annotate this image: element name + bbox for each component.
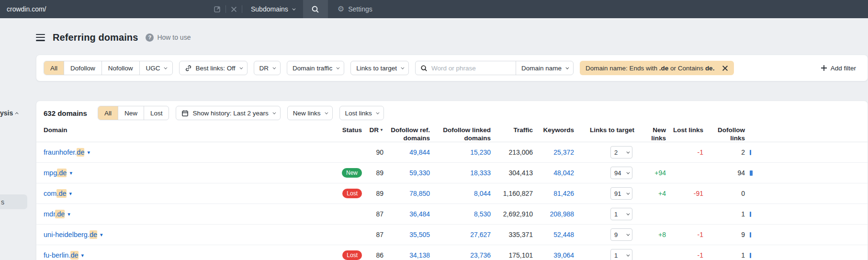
add-filter-button[interactable]: Add filter bbox=[821, 65, 856, 72]
links-to-target-select[interactable]: 9 bbox=[610, 228, 632, 241]
lost-links-value[interactable]: -1 bbox=[666, 251, 703, 259]
domain-link[interactable]: mdr.de bbox=[44, 210, 65, 218]
tab-all[interactable]: All bbox=[44, 61, 64, 75]
domain-traffic-filter-button[interactable]: Domain traffic bbox=[287, 61, 344, 75]
tab-dofollow[interactable]: Dofollow bbox=[64, 61, 101, 75]
domain-dropdown-caret[interactable]: ▾ bbox=[69, 191, 72, 197]
tab-status-all[interactable]: All bbox=[98, 106, 118, 120]
domain-link[interactable]: fu-berlin.de bbox=[44, 251, 79, 259]
links-to-target-select[interactable]: 94 bbox=[610, 167, 632, 179]
domain-dropdown-caret[interactable]: ▾ bbox=[100, 232, 103, 238]
links-to-target-select[interactable]: 2 bbox=[610, 146, 632, 158]
search-mode-dropdown[interactable]: Domain name bbox=[516, 65, 573, 72]
keywords-value[interactable]: 39,064 bbox=[533, 251, 574, 259]
tab-status-lost[interactable]: Lost bbox=[144, 106, 169, 120]
target-url[interactable]: crowdin.com/ bbox=[7, 5, 214, 13]
domain-dropdown-caret[interactable]: ▾ bbox=[87, 149, 90, 156]
active-filter-chip[interactable]: Domain name: Ends with .de or Contains d… bbox=[580, 61, 734, 75]
dofollow-links-bar bbox=[750, 212, 751, 217]
keywords-value[interactable]: 48,042 bbox=[533, 169, 574, 177]
new-links-value[interactable]: +4 bbox=[636, 190, 666, 197]
how-to-use-link[interactable]: ? How to use bbox=[146, 34, 191, 42]
col-lost-links[interactable]: Lost links bbox=[666, 126, 703, 135]
chevron-down-icon bbox=[164, 66, 167, 69]
chevron-down-icon bbox=[272, 66, 276, 69]
sidebar-section-heading-partial[interactable]: ysis bbox=[0, 109, 22, 117]
best-links-label: Best links: Off bbox=[196, 65, 236, 72]
plus-icon bbox=[821, 65, 827, 71]
lost-links-value[interactable]: -1 bbox=[666, 231, 703, 238]
dofollow-ref-domains-value[interactable]: 49,844 bbox=[383, 148, 430, 156]
dofollow-ref-domains-value[interactable]: 78,850 bbox=[383, 190, 430, 197]
tab-status-new[interactable]: New bbox=[118, 106, 144, 120]
domain-link[interactable]: mpg.de bbox=[44, 169, 67, 177]
domain-link[interactable]: fraunhofer.de bbox=[44, 148, 84, 156]
keywords-value[interactable]: 208,988 bbox=[533, 210, 574, 218]
domain-dropdown-caret[interactable]: ▾ bbox=[68, 211, 70, 217]
menu-icon[interactable] bbox=[36, 34, 45, 41]
keywords-value[interactable]: 52,448 bbox=[533, 231, 574, 238]
domain-link[interactable]: com.de bbox=[44, 190, 67, 197]
keywords-value[interactable]: 25,372 bbox=[533, 148, 574, 156]
word-search-input[interactable] bbox=[431, 65, 513, 72]
chevron-down-icon bbox=[626, 232, 630, 236]
table-body: fraunhofer.de ▾ 90 49,844 15,230 213,006… bbox=[36, 142, 868, 260]
sidebar-item-selected-partial[interactable]: s bbox=[0, 194, 27, 209]
target-url-field[interactable]: crowdin.com/ bbox=[0, 0, 242, 18]
col-keywords[interactable]: Keywords bbox=[533, 126, 574, 135]
dofollow-ref-domains-value[interactable]: 36,484 bbox=[383, 210, 430, 218]
chevron-down-icon bbox=[565, 66, 569, 69]
clear-url-icon[interactable] bbox=[231, 6, 237, 12]
dr-filter-button[interactable]: DR bbox=[254, 61, 281, 75]
dofollow-linked-domains-value[interactable]: 23,736 bbox=[430, 251, 491, 259]
domain-dropdown-caret[interactable]: ▾ bbox=[81, 252, 84, 259]
dofollow-linked-domains-value[interactable]: 8,530 bbox=[430, 210, 491, 218]
links-to-target-select[interactable]: 91 bbox=[610, 187, 632, 200]
show-history-label: Show history: Last 2 years bbox=[192, 110, 268, 117]
show-history-button[interactable]: Show history: Last 2 years bbox=[176, 106, 280, 120]
links-to-target-filter-button[interactable]: Links to target bbox=[350, 61, 409, 75]
col-links-to-target[interactable]: Links to target bbox=[574, 126, 636, 135]
settings-button[interactable]: ⚙ Settings bbox=[328, 0, 382, 18]
best-links-button[interactable]: Best links: Off bbox=[179, 61, 248, 75]
status-tabs: All New Lost bbox=[98, 106, 169, 120]
domain-dropdown-caret[interactable]: ▾ bbox=[69, 170, 72, 176]
col-domain[interactable]: Domain bbox=[36, 126, 316, 135]
new-links-value[interactable]: +94 bbox=[636, 169, 666, 177]
lost-links-button[interactable]: Lost links bbox=[339, 106, 384, 120]
col-dofollow-ref-domains[interactable]: Dofollow ref. domains bbox=[383, 126, 430, 143]
keywords-value[interactable]: 81,426 bbox=[533, 190, 574, 197]
col-status[interactable]: Status bbox=[316, 126, 362, 135]
dofollow-ref-domains-value[interactable]: 34,138 bbox=[383, 251, 430, 259]
links-to-target-select[interactable]: 1 bbox=[610, 249, 632, 260]
tab-nofollow[interactable]: Nofollow bbox=[101, 61, 139, 75]
col-new-links[interactable]: New links bbox=[636, 126, 666, 143]
tab-ugc[interactable]: UGC bbox=[139, 61, 172, 75]
dofollow-linked-domains-value[interactable]: 27,627 bbox=[430, 231, 491, 238]
scope-dropdown[interactable]: Subdomains bbox=[242, 0, 303, 18]
dofollow-linked-domains-value[interactable]: 8,044 bbox=[430, 190, 491, 197]
chevron-down-icon bbox=[626, 170, 630, 174]
lost-links-value[interactable]: -91 bbox=[666, 190, 703, 197]
chevron-down-icon bbox=[626, 150, 630, 153]
dofollow-ref-domains-value[interactable]: 59,330 bbox=[383, 169, 430, 177]
dofollow-ref-domains-value[interactable]: 35,505 bbox=[383, 231, 430, 238]
domain-link[interactable]: uni-heidelberg.de bbox=[44, 231, 97, 238]
new-links-label: New links bbox=[293, 110, 321, 117]
links-to-target-select[interactable]: 1 bbox=[610, 208, 632, 220]
col-dr[interactable]: DR▼ bbox=[362, 126, 383, 135]
search-button[interactable] bbox=[303, 0, 328, 18]
lost-links-value[interactable]: -1 bbox=[666, 148, 703, 156]
how-to-use-label: How to use bbox=[157, 34, 191, 41]
open-external-icon[interactable] bbox=[214, 6, 221, 13]
add-filter-label: Add filter bbox=[831, 65, 856, 72]
col-traffic[interactable]: Traffic bbox=[491, 126, 533, 135]
dofollow-linked-domains-value[interactable]: 15,230 bbox=[430, 148, 491, 156]
dofollow-linked-domains-value[interactable]: 18,333 bbox=[430, 169, 491, 177]
new-links-value[interactable]: +8 bbox=[636, 231, 666, 238]
links-to-target-label: Links to target bbox=[356, 65, 397, 72]
remove-filter-icon[interactable] bbox=[722, 65, 728, 71]
new-links-button[interactable]: New links bbox=[287, 106, 333, 120]
col-dofollow-linked-domains[interactable]: Dofollow linked domains bbox=[430, 126, 491, 143]
col-dofollow-links[interactable]: Dofollow links bbox=[703, 126, 745, 143]
